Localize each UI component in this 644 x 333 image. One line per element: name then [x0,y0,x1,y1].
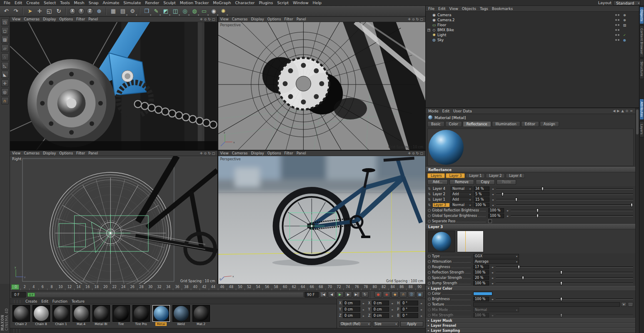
tab-illumination[interactable]: Illumination [492,121,520,127]
menu-select[interactable]: Select [42,0,58,5]
material-item[interactable]: Chain 2 [12,305,30,326]
coord-input[interactable]: 0 ° [401,301,418,306]
material-thumbnail[interactable] [192,305,210,322]
object-name[interactable]: Light [437,33,446,37]
texture-field[interactable] [473,302,620,307]
snap-magnet-icon[interactable]: ∩ [1,97,9,104]
object-row[interactable]: ◉Camera⊕ [426,12,639,17]
add-primitive-cube-icon[interactable]: ❒▾ [142,7,151,16]
viewport-menu-panel[interactable]: Panel [88,17,98,21]
pen-spline-icon[interactable]: ✎▾ [152,7,161,16]
record-keyframe-button[interactable]: ● [374,291,382,298]
pan-view-icon[interactable]: ✛ [200,152,203,155]
object-name[interactable]: Camera [437,13,451,17]
viewport-menu-panel[interactable]: Panel [88,151,98,155]
dock-tab-attributes[interactable]: Attributes [639,99,644,120]
workplane-mode-icon[interactable]: ▱ [1,45,9,52]
zoom-view-icon[interactable]: ⊙ [204,152,207,155]
viewport-menu-view[interactable]: View [220,151,229,155]
snap-keys-icon[interactable]: ∩ [399,291,407,298]
viewport-canvas-render[interactable] [10,22,217,150]
coord-input[interactable]: 0 cm [343,301,360,306]
layer-color-swatch[interactable] [473,292,492,296]
material-thumbnail[interactable] [72,305,90,322]
dock-tab-content-browser[interactable]: Content Browser [639,25,644,57]
viewport-menu-filter[interactable]: Filter [285,151,293,155]
zoom-view-icon[interactable]: ⊙ [204,17,207,21]
value-field[interactable]: 100 % [473,270,489,275]
coord-input[interactable]: 0 cm [372,301,389,306]
collapsed-section-layer-fresnel[interactable]: ▸Layer Fresnel [426,323,635,328]
anim-dot-icon[interactable] [428,303,431,306]
z-axis-lock-button[interactable]: Z [87,8,93,15]
stepper-icon[interactable]: ◂▸ [491,198,495,201]
object-name[interactable]: BMX Bike [437,28,454,32]
value-field[interactable]: 100 % [473,313,489,318]
material-item[interactable]: Mat.2 [192,305,210,326]
enable-axis-icon[interactable]: ✛ [1,80,9,87]
collapsed-section-layer-sampling[interactable]: ▸Layer Sampling [426,328,635,333]
viewport-menu-view[interactable]: View [220,17,229,21]
viewport-menu-panel[interactable]: Panel [297,151,306,155]
paste-button[interactable]: Paste [497,179,517,185]
points-mode-icon[interactable]: ∴ [1,53,9,61]
anim-dot-icon[interactable] [428,255,431,258]
visibility-dots[interactable] [615,29,619,31]
coordinate-system-icon[interactable]: ⊕ [95,7,104,16]
render-picture-viewer-icon[interactable]: ▤▾ [118,7,127,16]
stepper-icon[interactable]: ◂▸ [390,302,394,305]
material-thumbnail[interactable] [112,305,130,322]
expand-icon[interactable]: + [427,29,430,32]
viewport-menu-options[interactable]: Options [267,17,281,21]
texture-dropdown-button[interactable]: ▾ [621,302,627,307]
target-tag-icon[interactable]: ⊕ [623,13,626,17]
menu-create[interactable]: Create [24,0,42,5]
value-field[interactable]: 100 % [473,281,489,286]
edges-mode-icon[interactable]: ◺ [1,62,9,70]
tab-assign[interactable]: Assign [540,121,559,127]
stepper-icon[interactable]: ◂▸ [361,314,365,317]
stepper-icon[interactable]: ◂▸ [491,187,495,190]
visibility-dots[interactable] [615,19,619,21]
powerslider-current-frame[interactable]: 0 F [27,293,35,297]
rotate-view-icon[interactable]: ↻ [208,152,211,155]
maximize-view-icon[interactable]: ▢ [420,152,423,155]
next-frame-button[interactable]: ▶ [344,291,352,298]
om-menu-file[interactable]: File [428,7,434,11]
viewport-menu-display[interactable]: Display [43,151,56,155]
material-thumbnail[interactable] [132,305,150,322]
anim-dot-icon[interactable] [428,220,431,223]
remove-button[interactable]: Remove [449,179,474,185]
material-item[interactable]: Weld [172,305,190,326]
layer-tab-layers[interactable]: Layers [427,173,445,178]
value-field[interactable]: 100 % [474,203,489,207]
object-row[interactable]: ◍Sky● [426,37,639,42]
stepper-icon[interactable]: ◂▸ [419,314,423,317]
panel-grip-icon[interactable]: ⋮⋮⋮ [12,300,21,303]
stepper-icon[interactable]: ◂▸ [505,209,509,212]
menu-sculpt[interactable]: Sculpt [161,0,178,5]
slider[interactable] [496,270,633,275]
coord-input[interactable]: 0 ° [401,313,418,318]
stepper-icon[interactable]: ◂▸ [490,282,494,285]
maximize-view-icon[interactable]: ▢ [212,17,215,21]
zoom-view-icon[interactable]: ⊙ [412,152,415,155]
value-field[interactable]: 34 % [474,186,489,191]
om-menu-view[interactable]: View [449,7,458,11]
material-item[interactable]: Mat.4 [72,305,90,326]
menu-plugins[interactable]: Plugins [257,0,275,5]
object-row[interactable]: +◇BMX Bike [426,27,639,32]
slider[interactable] [496,276,633,280]
dock-tab-layers[interactable]: Layers [639,121,644,137]
object-row[interactable]: ✺Light✓ [426,32,639,37]
layer-reorder-icon[interactable]: ⇅ [428,192,432,196]
viewport-canvas-wireframe[interactable]: x y [218,22,426,150]
anim-dot-icon[interactable] [428,266,431,268]
anim-dot-icon[interactable] [428,298,431,301]
materials-menu-texture[interactable]: Texture [72,299,85,303]
menu-motion-tracker[interactable]: Motion Tracker [178,0,211,5]
stepper-icon[interactable]: ◂▸ [491,193,495,196]
anim-dot-icon[interactable] [428,214,431,217]
menu-script[interactable]: Script [275,0,291,5]
menu-simulate[interactable]: Simulate [121,0,143,5]
